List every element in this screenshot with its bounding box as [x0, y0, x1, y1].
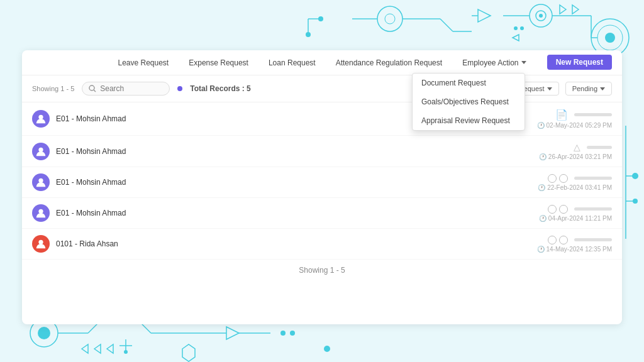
- list-item-right: 🕐 22-Feb-2024 03:41 PM: [538, 174, 612, 191]
- svg-marker-48: [107, 344, 113, 353]
- nav-expense-request[interactable]: Expense Request: [186, 58, 251, 67]
- status-circle-1: [548, 174, 557, 183]
- list-item-right: 🕐 14-May-2024 12:35 PM: [537, 236, 612, 253]
- svg-point-8: [306, 32, 311, 37]
- employee-name: 0101 - Rida Ahsan: [56, 239, 118, 248]
- dropdown-document-request[interactable]: Document Request: [413, 74, 525, 92]
- svg-point-0: [377, 6, 402, 31]
- svg-point-14: [539, 14, 543, 18]
- svg-marker-46: [82, 344, 88, 353]
- svg-point-31: [633, 199, 638, 204]
- search-box[interactable]: [82, 82, 170, 96]
- avatar: [32, 173, 50, 191]
- svg-point-13: [536, 11, 546, 21]
- list-item[interactable]: E01 - Mohsin Ahmad📄🕐 02-May-2024 05:29 P…: [22, 102, 622, 136]
- svg-marker-6: [478, 9, 491, 22]
- svg-point-18: [605, 33, 615, 43]
- chevron-down-icon: [547, 87, 552, 90]
- svg-point-22: [520, 26, 524, 30]
- svg-point-33: [38, 327, 50, 339]
- svg-point-60: [38, 209, 43, 214]
- svg-line-4: [440, 19, 453, 31]
- avatar: [32, 143, 50, 160]
- status-icons: [548, 174, 612, 183]
- avatar: [32, 204, 50, 222]
- search-input[interactable]: [100, 84, 163, 93]
- svg-point-23: [514, 26, 518, 30]
- list-item[interactable]: 0101 - Rida Ahsan🕐 14-May-2024 12:35 PM: [22, 229, 622, 260]
- status-icons: △: [574, 142, 612, 152]
- svg-point-44: [324, 346, 330, 352]
- dropdown-appraisal-review[interactable]: Appraisal Review Request: [413, 111, 525, 130]
- svg-point-42: [280, 331, 286, 336]
- chevron-down-icon: [521, 61, 526, 64]
- svg-marker-47: [94, 344, 101, 353]
- filter-dot: [177, 86, 182, 91]
- svg-point-59: [38, 178, 43, 183]
- list-item[interactable]: E01 - Mohsin Ahmad🕐 22-Feb-2024 03:41 PM: [22, 167, 622, 198]
- svg-marker-45: [182, 344, 195, 361]
- document-icon: 📄: [555, 109, 568, 121]
- nav-loan-request[interactable]: Loan Request: [266, 58, 318, 67]
- svg-point-57: [38, 115, 43, 119]
- status-circle-1: [548, 236, 557, 244]
- employee-name: E01 - Mohsin Ahmad: [56, 178, 126, 187]
- status-icons: [548, 236, 612, 244]
- svg-marker-24: [560, 5, 566, 14]
- svg-marker-26: [513, 35, 519, 41]
- employee-action-dropdown: Document Request Goals/Objectives Reques…: [412, 73, 525, 131]
- status-bar: [574, 113, 612, 116]
- svg-point-43: [290, 331, 295, 336]
- avatar: [32, 110, 50, 128]
- svg-point-58: [38, 147, 43, 151]
- dropdown-goals-objectives[interactable]: Goals/Objectives Request: [413, 92, 525, 111]
- employee-name: E01 - Mohsin Ahmad: [56, 147, 126, 156]
- list-item[interactable]: E01 - Mohsin Ahmad🕐 04-Apr-2024 11:21 PM: [22, 198, 622, 229]
- svg-line-56: [94, 90, 96, 92]
- pending-filter[interactable]: Pending: [565, 82, 612, 96]
- status-icons: 📄: [555, 109, 612, 121]
- status-bar: [574, 177, 612, 180]
- svg-point-17: [597, 25, 623, 50]
- status-circle-2: [559, 174, 568, 183]
- search-icon: [89, 85, 96, 92]
- new-request-button[interactable]: New Request: [547, 55, 612, 70]
- nav-employee-action[interactable]: Employee Action: [460, 58, 528, 67]
- status-icons: [548, 205, 612, 214]
- main-card: Leave Request Expense Request Loan Reque…: [22, 50, 622, 324]
- single-icon: △: [574, 142, 580, 152]
- svg-marker-25: [572, 5, 579, 14]
- status-bar: [574, 207, 612, 211]
- employee-name: E01 - Mohsin Ahmad: [56, 209, 126, 217]
- status-circle-2: [559, 205, 568, 214]
- svg-marker-39: [226, 327, 239, 339]
- nav-attendance-regulation[interactable]: Attendance Regulation Request: [333, 58, 445, 67]
- timestamp: 🕐 22-Feb-2024 03:41 PM: [538, 184, 612, 191]
- avatar: [32, 235, 50, 253]
- svg-point-12: [530, 4, 552, 27]
- timestamp: 🕐 26-Apr-2024 03:21 PM: [539, 153, 612, 160]
- nav-bar: Leave Request Expense Request Loan Reque…: [22, 50, 622, 75]
- status-bar: [574, 238, 612, 241]
- showing-label: Showing 1 - 5: [32, 85, 74, 92]
- list-area: E01 - Mohsin Ahmad📄🕐 02-May-2024 05:29 P…: [22, 102, 622, 260]
- timestamp: 🕐 04-Apr-2024 11:21 PM: [539, 215, 612, 222]
- nav-leave-request[interactable]: Leave Request: [115, 58, 171, 67]
- timestamp: 🕐 02-May-2024 05:29 PM: [537, 122, 612, 129]
- chevron-down-icon: [600, 87, 605, 90]
- list-item-right: △🕐 26-Apr-2024 03:21 PM: [539, 142, 612, 160]
- status-bar: [587, 146, 612, 149]
- toolbar: Showing 1 - 5 Total Records : 5 Page Tip…: [22, 75, 622, 102]
- list-item[interactable]: E01 - Mohsin Ahmad△🕐 26-Apr-2024 03:21 P…: [22, 136, 622, 167]
- svg-point-1: [385, 14, 395, 24]
- employee-name: E01 - Mohsin Ahmad: [56, 114, 126, 123]
- list-item-right: 📄🕐 02-May-2024 05:29 PM: [537, 109, 612, 129]
- svg-point-9: [318, 16, 323, 21]
- list-item-right: 🕐 04-Apr-2024 11:21 PM: [539, 205, 612, 222]
- status-circle-1: [548, 205, 557, 214]
- total-records: Total Records : 5: [190, 84, 251, 93]
- timestamp: 🕐 14-May-2024 12:35 PM: [537, 246, 612, 253]
- svg-point-29: [632, 173, 638, 179]
- pagination: Showing 1 - 5: [22, 260, 622, 281]
- svg-point-61: [38, 240, 43, 244]
